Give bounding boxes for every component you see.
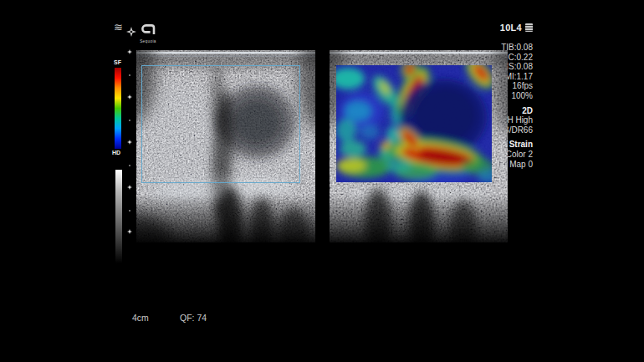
transducer-icon: [525, 23, 533, 32]
depth-readout: 4cm: [132, 313, 149, 323]
strain-color-overlay: [331, 52, 501, 186]
sequoia-logo: Sequoia: [139, 23, 157, 43]
grayscale-bar: [115, 170, 122, 263]
depth-marker: [127, 185, 132, 190]
depth-marker: [129, 210, 130, 212]
depth-marker: [127, 140, 132, 145]
brand-name: Sequoia: [139, 39, 157, 43]
depth-marker: [129, 120, 130, 121]
strain-color-scale: [115, 68, 121, 149]
depth-marker: [127, 229, 132, 234]
scale-soft-label: SF: [114, 59, 121, 65]
probe-label: 10L4: [500, 23, 522, 33]
crosshair-icon[interactable]: [126, 25, 136, 40]
depth-marker: [127, 49, 132, 54]
probe-indicator[interactable]: 10L4: [500, 23, 533, 33]
waveform-icon[interactable]: ≋: [114, 21, 123, 33]
scale-hard-label: HD: [112, 150, 120, 156]
sequoia-logo-mark: [141, 24, 156, 35]
elasto-image-right: [330, 50, 508, 242]
ultrasound-screen: ≋ Sequoia 10L4 TIB:0.08 TIC:0.22 TIS:0.0…: [0, 0, 644, 362]
quality-factor-readout: QF: 74: [180, 313, 207, 323]
depth-marker: [127, 94, 132, 99]
depth-marker: [129, 74, 130, 76]
depth-marker: [129, 165, 130, 166]
roi-box[interactable]: [141, 65, 300, 183]
